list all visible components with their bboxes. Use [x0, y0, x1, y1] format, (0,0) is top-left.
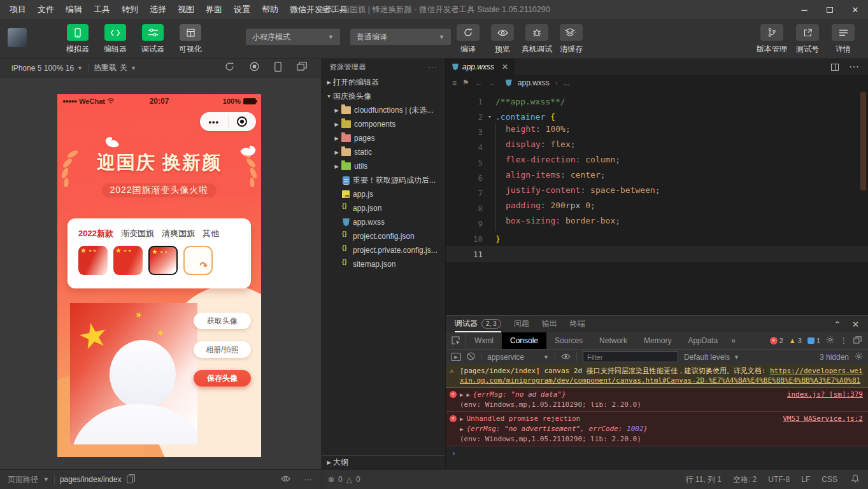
tree-row[interactable]: project.config.json [322, 229, 445, 243]
tree-row[interactable]: ▼国庆换头像 [322, 89, 445, 103]
more-options-button[interactable]: ••• [200, 117, 228, 127]
code-line[interactable]: 8padding: 200rpx 0; [446, 201, 868, 216]
error-count[interactable]: ✕2 [770, 337, 783, 344]
fold-icon[interactable]: ▾ [484, 113, 495, 120]
devtools-tab-network[interactable]: Network [591, 332, 636, 349]
nav-forward-icon[interactable]: → [488, 78, 496, 87]
compile-button[interactable]: 编译 [452, 24, 484, 55]
exit-button[interactable] [229, 117, 257, 127]
phone-frame-icon[interactable] [274, 62, 281, 74]
clear-cache-button[interactable]: 清缓存 [555, 24, 587, 55]
bell-icon[interactable] [851, 474, 859, 485]
card-tab[interactable]: 渐变国旗 [121, 228, 154, 239]
status-item[interactable]: CSS [822, 475, 837, 484]
flag-thumb[interactable]: ★★ ★ [78, 246, 108, 275]
tree-row[interactable]: ▶components [322, 117, 445, 131]
card-tab[interactable]: 其他 [203, 228, 219, 239]
mode-select[interactable]: 小程序模式▼ [246, 29, 340, 45]
menu-item[interactable]: 转到 [116, 0, 144, 19]
menu-item[interactable]: 视图 [172, 0, 200, 19]
undock-icon[interactable] [853, 336, 862, 346]
close-icon[interactable]: ✕ [502, 62, 508, 71]
devtools-tab-appdata[interactable]: AppData [679, 332, 726, 349]
kebab-menu-icon[interactable]: ⋮ [840, 336, 848, 345]
console-sidebar-icon[interactable]: ▶ [451, 353, 461, 361]
visualizer-toggle-button[interactable]: 可视化 [175, 24, 206, 55]
more-tabs-icon[interactable]: » [726, 332, 741, 349]
clear-console-icon[interactable] [467, 352, 475, 362]
close-button[interactable]: ✕ [843, 0, 868, 19]
code-line[interactable]: 6align-items: center; [446, 170, 868, 185]
compile-mode-select[interactable]: 普通编译▼ [350, 29, 451, 45]
live-expression-eye-icon[interactable] [561, 353, 571, 362]
test-account-button[interactable]: 测试号 [792, 24, 823, 55]
code-line[interactable]: 4display: flex; [446, 139, 868, 155]
source-link[interactable]: VM53 WAService.js:2 [783, 414, 863, 423]
breadcrumb-more[interactable]: ... [564, 78, 570, 87]
user-avatar[interactable] [8, 28, 27, 47]
menu-item[interactable]: 选择 [144, 0, 172, 19]
code-line[interactable]: 5flex-direction: column; [446, 155, 868, 170]
collapse-icon[interactable]: ⌃ [834, 320, 841, 329]
more-styles-thumb[interactable]: ↷ [183, 246, 213, 275]
remote-debug-button[interactable]: 真机调试 [521, 24, 553, 55]
tree-row[interactable]: ▶static [322, 145, 445, 159]
info-count[interactable]: 1 [808, 337, 820, 344]
nav-back-icon[interactable]: ← [475, 78, 483, 87]
filter-input[interactable] [583, 351, 678, 362]
code-line[interactable]: 3height: 100%; [446, 124, 868, 139]
simulator-toggle-button[interactable]: 模拟器 [62, 24, 93, 55]
card-tab[interactable]: 清爽国旗 [162, 228, 195, 239]
version-control-button[interactable]: 版本管理 [756, 24, 788, 55]
outline-list-icon[interactable]: ≡ [452, 78, 457, 87]
preview-button[interactable]: 预览 [487, 24, 518, 55]
rotate-icon[interactable] [225, 62, 234, 74]
hot-reload-select[interactable]: 热重载 关 ▼ [89, 59, 141, 77]
tree-row[interactable]: app.wxss [322, 215, 445, 229]
code-line[interactable]: 9box-sizing: border-box; [446, 216, 868, 231]
more-actions-icon[interactable]: ··· [304, 475, 312, 484]
tab-app-wxss[interactable]: app.wxss ✕ [446, 59, 515, 75]
split-editor-icon[interactable] [831, 64, 839, 71]
code-line[interactable]: 1/**app.wxss**/ [446, 94, 868, 109]
code-line[interactable]: 7justify-content: space-between; [446, 185, 868, 201]
menu-item[interactable]: 帮助 [256, 0, 284, 19]
details-button[interactable]: 详情 [827, 24, 859, 55]
eye-icon[interactable] [281, 475, 290, 484]
status-item[interactable]: 空格: 2 [733, 474, 757, 485]
menu-item[interactable]: 工具 [88, 0, 116, 19]
tree-row[interactable]: app.json [322, 201, 445, 215]
flag-thumb-selected[interactable]: ★★ ★ [148, 246, 178, 275]
editor-toggle-button[interactable]: 编辑器 [100, 24, 131, 55]
tab-debugger[interactable]: 调试器 2, 3 [455, 316, 501, 332]
menu-item[interactable]: 界面 [200, 0, 228, 19]
expand-icon[interactable]: ▶ [466, 392, 469, 398]
source-link[interactable]: index.js? [sm]:379 [787, 390, 863, 399]
tree-row[interactable]: ▶pages [322, 131, 445, 145]
scrollbar-decoration[interactable] [860, 92, 866, 190]
tab-terminal[interactable]: 终端 [570, 316, 585, 332]
code-line[interactable]: 10} [446, 231, 868, 246]
debugger-toggle-button[interactable]: 调试器 [138, 24, 168, 55]
console-settings-gear-icon[interactable] [855, 352, 863, 362]
more-actions-icon[interactable]: ··· [429, 63, 438, 71]
multi-window-icon[interactable] [297, 62, 307, 74]
inspect-element-icon[interactable] [446, 332, 466, 349]
bookmark-icon[interactable]: ⚑ [462, 78, 469, 87]
menu-item[interactable]: 编辑 [60, 0, 88, 19]
console-prompt[interactable]: › [446, 446, 868, 460]
status-item[interactable]: LF [801, 475, 810, 484]
breadcrumb-file[interactable]: app.wxss [518, 78, 550, 87]
copy-icon[interactable] [127, 476, 133, 483]
devtools-tab-memory[interactable]: Memory [636, 332, 679, 349]
menu-item[interactable]: 设置 [228, 0, 256, 19]
close-icon[interactable]: ✕ [852, 320, 859, 329]
more-actions-icon[interactable]: ··· [849, 61, 859, 73]
tab-problems[interactable]: 问题 [514, 316, 529, 332]
problems-error-count[interactable]: 0 [338, 475, 343, 484]
console-log[interactable]: ⚠[pages/index/index] canvas 2d 接口支持同层渲染且… [446, 364, 868, 469]
problems-warning-icon[interactable]: △ [346, 475, 352, 484]
restore-button[interactable] [817, 0, 843, 19]
code-line[interactable]: 2▾.container { [446, 109, 868, 124]
devtools-tab-sources[interactable]: Sources [546, 332, 591, 349]
